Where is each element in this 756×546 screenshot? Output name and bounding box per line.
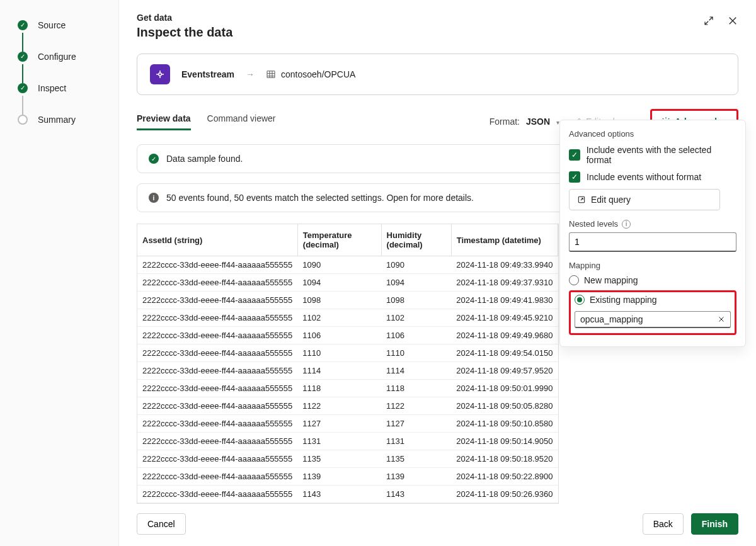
advanced-options-heading: Advanced options (569, 129, 736, 139)
radio-existing-mapping[interactable]: Existing mapping (575, 295, 731, 305)
table-cell: 1094 (381, 274, 451, 292)
column-header[interactable]: Timestamp (datetime) (451, 224, 558, 256)
step-configure[interactable]: ✓ Configure (18, 52, 111, 62)
table-row[interactable]: 2222cccc-33dd-eeee-ff44-aaaaaa5555551122… (137, 397, 558, 415)
table-row[interactable]: 2222cccc-33dd-eeee-ff44-aaaaaa5555551139… (137, 468, 558, 486)
radio-new-mapping[interactable]: New mapping (569, 275, 736, 285)
table-cell: 1143 (381, 486, 451, 503)
data-table: AssetId (string)Temperature (decimal)Hum… (137, 224, 559, 504)
check-circle-icon: ✓ (149, 154, 159, 164)
table-cell: 1098 (381, 292, 451, 309)
table-icon (266, 69, 276, 79)
table-cell: 1110 (297, 344, 381, 362)
table-cell: 1127 (381, 415, 451, 433)
table-cell: 2222cccc-33dd-eeee-ff44-aaaaaa555555 (137, 344, 297, 362)
table-cell: 1135 (297, 450, 381, 468)
svg-point-0 (159, 73, 162, 76)
step-summary[interactable]: Summary (18, 115, 111, 125)
table-cell: 2024-11-18 09:50:05.8280 (451, 397, 558, 415)
mapping-name-input[interactable]: opcua_mapping (575, 311, 731, 328)
table-cell: 1114 (297, 362, 381, 380)
finish-button[interactable]: Finish (691, 513, 738, 535)
close-icon[interactable] (727, 15, 738, 26)
checkbox-label: Include events without format (587, 172, 701, 182)
status-text: Data sample found. (166, 154, 243, 164)
column-header[interactable]: AssetId (string) (137, 224, 297, 256)
checkbox-include-without-format[interactable]: ✓ Include events without format (569, 171, 736, 183)
edit-query-button[interactable]: Edit query (569, 189, 720, 210)
check-icon: ✓ (18, 20, 28, 30)
cancel-button[interactable]: Cancel (137, 513, 186, 535)
table-cell: 2222cccc-33dd-eeee-ff44-aaaaaa555555 (137, 274, 297, 292)
table-cell: 2024-11-18 09:50:22.8900 (451, 468, 558, 486)
table-cell: 2222cccc-33dd-eeee-ff44-aaaaaa555555 (137, 380, 297, 397)
details-text: 50 events found, 50 events match the sel… (166, 193, 474, 203)
nested-levels-label: Nested levels (569, 219, 618, 229)
table-cell: 1131 (381, 433, 451, 450)
radio-unselected-icon (569, 275, 579, 285)
table-cell: 2222cccc-33dd-eeee-ff44-aaaaaa555555 (137, 256, 297, 274)
table-cell: 1143 (297, 486, 381, 503)
info-icon[interactable]: i (622, 220, 631, 229)
table-cell: 2222cccc-33dd-eeee-ff44-aaaaaa555555 (137, 309, 297, 327)
table-cell: 2024-11-18 09:49:33.9940 (451, 256, 558, 274)
table-cell: 2024-11-18 09:50:01.9990 (451, 380, 558, 397)
table-cell: 2024-11-18 09:49:57.9520 (451, 362, 558, 380)
table-cell: 1118 (381, 380, 451, 397)
eventstream-icon (150, 64, 170, 84)
table-cell: 2024-11-18 09:50:26.9360 (451, 486, 558, 503)
page-title: Inspect the data (137, 25, 232, 40)
table-row[interactable]: 2222cccc-33dd-eeee-ff44-aaaaaa5555551102… (137, 309, 558, 327)
table-row[interactable]: 2222cccc-33dd-eeee-ff44-aaaaaa5555551106… (137, 327, 558, 344)
table-row[interactable]: 2222cccc-33dd-eeee-ff44-aaaaaa5555551143… (137, 486, 558, 503)
table-cell: 1098 (297, 292, 381, 309)
table-cell: 2222cccc-33dd-eeee-ff44-aaaaaa555555 (137, 327, 297, 344)
table-row[interactable]: 2222cccc-33dd-eeee-ff44-aaaaaa5555551118… (137, 380, 558, 397)
tab-command-viewer[interactable]: Command viewer (207, 113, 276, 130)
table-cell: 1102 (297, 309, 381, 327)
breadcrumb: Get data (137, 13, 232, 23)
table-cell: 2222cccc-33dd-eeee-ff44-aaaaaa555555 (137, 415, 297, 433)
table-cell: 2222cccc-33dd-eeee-ff44-aaaaaa555555 (137, 433, 297, 450)
table-cell: 2024-11-18 09:50:10.8580 (451, 415, 558, 433)
source-name: Eventstream (181, 69, 234, 79)
table-cell: 2222cccc-33dd-eeee-ff44-aaaaaa555555 (137, 397, 297, 415)
mapping-name-value: opcua_mapping (580, 314, 643, 324)
nested-levels-input[interactable] (569, 232, 736, 252)
table-cell: 1110 (381, 344, 451, 362)
column-header[interactable]: Humidity (decimal) (381, 224, 451, 256)
table-cell: 2024-11-18 09:49:45.9210 (451, 309, 558, 327)
table-row[interactable]: 2222cccc-33dd-eeee-ff44-aaaaaa5555551135… (137, 450, 558, 468)
mapping-label: Mapping (569, 261, 736, 270)
table-row[interactable]: 2222cccc-33dd-eeee-ff44-aaaaaa5555551098… (137, 292, 558, 309)
table-row[interactable]: 2222cccc-33dd-eeee-ff44-aaaaaa5555551110… (137, 344, 558, 362)
table-row[interactable]: 2222cccc-33dd-eeee-ff44-aaaaaa5555551090… (137, 256, 558, 274)
target-name: contosoeh/OPCUA (266, 69, 355, 79)
step-inspect[interactable]: ✓ Inspect (18, 83, 111, 93)
arrow-right-icon: → (246, 69, 255, 79)
table-cell: 1122 (381, 397, 451, 415)
format-selector[interactable]: Format: JSON ▾ (490, 117, 559, 127)
table-row[interactable]: 2222cccc-33dd-eeee-ff44-aaaaaa5555551094… (137, 274, 558, 292)
back-button[interactable]: Back (643, 513, 684, 535)
format-value: JSON (526, 117, 550, 127)
table-row[interactable]: 2222cccc-33dd-eeee-ff44-aaaaaa5555551127… (137, 415, 558, 433)
table-row[interactable]: 2222cccc-33dd-eeee-ff44-aaaaaa5555551114… (137, 362, 558, 380)
table-row[interactable]: 2222cccc-33dd-eeee-ff44-aaaaaa5555551131… (137, 433, 558, 450)
table-cell: 1106 (381, 327, 451, 344)
column-header[interactable]: Temperature (decimal) (297, 224, 381, 256)
table-cell: 2024-11-18 09:49:41.9830 (451, 292, 558, 309)
clear-icon[interactable] (718, 316, 725, 323)
step-label: Summary (38, 115, 76, 125)
step-source[interactable]: ✓ Source (18, 20, 111, 30)
checkbox-checked-icon: ✓ (569, 149, 580, 161)
table-cell: 1139 (297, 468, 381, 486)
tab-preview-data[interactable]: Preview data (137, 113, 191, 130)
table-cell: 1139 (381, 468, 451, 486)
expand-icon[interactable] (703, 15, 714, 26)
table-cell: 2222cccc-33dd-eeee-ff44-aaaaaa555555 (137, 362, 297, 380)
table-cell: 1127 (297, 415, 381, 433)
checkbox-include-with-format[interactable]: ✓ Include events with the selected forma… (569, 145, 736, 165)
step-label: Inspect (38, 83, 66, 93)
target-label: contosoeh/OPCUA (281, 69, 355, 79)
